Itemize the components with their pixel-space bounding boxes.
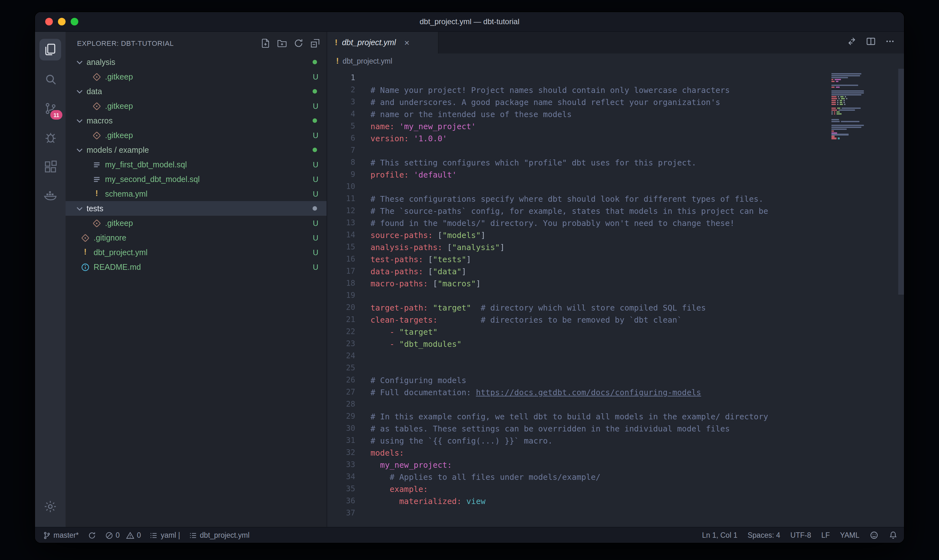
tree-file-gitkeep[interactable]: .gitkeepU (66, 216, 326, 230)
tree-file-gitkeep[interactable]: .gitkeepU (66, 128, 326, 143)
code-line[interactable]: 19 (327, 289, 904, 302)
tree-file-dbt-project-yml[interactable]: !dbt_project.ymlU (66, 245, 326, 260)
scm-changes-badge: 11 (50, 110, 62, 120)
code-line[interactable]: 13# found in the "models/" directory. Yo… (327, 217, 904, 229)
editor-scrollbar[interactable] (898, 69, 904, 295)
yaml-file-icon: ! (336, 57, 339, 65)
code-line[interactable]: 20target-path: "target" # directory whic… (327, 302, 904, 314)
file-label: .gitkeep (105, 131, 133, 140)
code-line[interactable]: 17data-paths: ["data"] (327, 265, 904, 277)
code-line[interactable]: 25 (327, 362, 904, 374)
eol-item[interactable]: LF (821, 531, 830, 539)
yaml-extension-item[interactable]: yaml | (150, 531, 180, 539)
code-line[interactable]: 10 (327, 181, 904, 193)
code-line[interactable]: 8# This setting configures which "profil… (327, 157, 904, 169)
minimize-window-button[interactable] (58, 18, 66, 25)
line-number: 21 (327, 314, 371, 326)
code-line[interactable]: 3# and underscores. A good package name … (327, 96, 904, 108)
search-icon (43, 72, 58, 86)
tree-file-gitkeep[interactable]: .gitkeepU (66, 98, 326, 113)
dbt-file-label: dbt_project.yml (200, 531, 249, 539)
code-line[interactable]: 1 (327, 72, 904, 84)
chevron-down-icon (74, 203, 85, 214)
code-line[interactable]: 37 (327, 507, 904, 519)
refresh-icon[interactable] (294, 38, 304, 48)
tree-folder-analysis[interactable]: analysis (66, 55, 326, 69)
notifications-item[interactable] (889, 531, 897, 540)
code-line[interactable]: 33 my_new_project: (327, 459, 904, 471)
code-line[interactable]: 32models: (327, 447, 904, 459)
tree-file-my-second-dbt-model-sql[interactable]: my_second_dbt_model.sqlU (66, 172, 326, 186)
git-status-untracked: U (313, 175, 318, 184)
code-line[interactable]: 21clean-targets: # directories to be rem… (327, 314, 904, 326)
folder-label: tests (86, 204, 103, 213)
code-line[interactable]: 26# Configuring models (327, 374, 904, 386)
minimap[interactable] (831, 71, 895, 142)
code-line[interactable]: 28 (327, 398, 904, 411)
tree-file-gitkeep[interactable]: .gitkeepU (66, 69, 326, 84)
code-line[interactable]: 6version: '1.0.0' (327, 132, 904, 145)
code-line[interactable]: 18macro-paths: ["macros"] (327, 277, 904, 289)
activity-settings[interactable] (36, 492, 64, 520)
split-editor-icon[interactable] (866, 36, 876, 49)
activity-search[interactable] (36, 65, 64, 93)
tree-folder-tests[interactable]: tests (66, 201, 326, 216)
code-line[interactable]: 5name: 'my_new_project' (327, 120, 904, 132)
code-line[interactable]: 35 example: (327, 483, 904, 495)
activity-run-debug[interactable] (36, 123, 64, 151)
new-file-icon[interactable] (260, 38, 271, 48)
tree-file-gitignore[interactable]: .gitignoreU (66, 230, 326, 245)
code-line[interactable]: 29# In this example config, we tell dbt … (327, 411, 904, 423)
code-line[interactable]: 34 # Applies to all files under models/e… (327, 471, 904, 483)
cursor-position-item[interactable]: Ln 1, Col 1 (702, 531, 737, 539)
code-line[interactable]: 22 - "target" (327, 326, 904, 338)
maximize-window-button[interactable] (71, 18, 78, 25)
code-line[interactable]: 11# These configurations specify where d… (327, 193, 904, 205)
tree-file-my-first-dbt-model-sql[interactable]: my_first_dbt_model.sqlU (66, 157, 326, 172)
problems-item[interactable]: 0 0 (105, 531, 141, 539)
code-line[interactable]: 9profile: 'default' (327, 169, 904, 181)
activity-source-control[interactable]: 11 (36, 94, 64, 122)
sync-changes-item[interactable] (88, 531, 96, 539)
code-line[interactable]: 31# using the `{{ config(...) }}` macro. (327, 435, 904, 447)
tree-folder-models-example[interactable]: models / example (66, 143, 326, 157)
activity-explorer[interactable] (36, 35, 64, 64)
dbt-file-item[interactable]: dbt_project.yml (189, 531, 249, 539)
tab-dbt-project-yml[interactable]: ! dbt_project.yml × (327, 32, 439, 54)
code-line[interactable]: 24 (327, 350, 904, 362)
close-window-button[interactable] (45, 18, 53, 25)
close-tab-icon[interactable]: × (404, 37, 409, 48)
code-line[interactable]: 15analysis-paths: ["analysis"] (327, 241, 904, 253)
tree-file-readme-md[interactable]: README.mdU (66, 260, 326, 274)
activity-extensions[interactable] (36, 153, 64, 181)
activity-docker[interactable] (36, 182, 64, 210)
code-line[interactable]: 27# Full documentation: https://docs.get… (327, 386, 904, 398)
breadcrumb[interactable]: ! dbt_project.yml (327, 54, 904, 69)
encoding-item[interactable]: UTF-8 (790, 531, 811, 539)
code-line[interactable]: 23 - "dbt_modules" (327, 338, 904, 350)
new-folder-icon[interactable] (277, 38, 287, 48)
code-line[interactable]: 4# name or the intended use of these mod… (327, 108, 904, 120)
code-line[interactable]: 12# The `source-paths` config, for examp… (327, 205, 904, 217)
open-changes-icon[interactable] (847, 36, 857, 49)
tree-folder-macros[interactable]: macros (66, 113, 326, 128)
git-branch-item[interactable]: master* (43, 531, 79, 539)
language-mode-item[interactable]: YAML (840, 531, 859, 539)
code-editor[interactable]: 12# Name your project! Project names sho… (327, 69, 904, 527)
indentation-item[interactable]: Spaces: 4 (748, 531, 780, 539)
feedback-item[interactable] (870, 531, 879, 540)
tree-folder-data[interactable]: data (66, 84, 326, 98)
line-number: 17 (327, 265, 371, 277)
warnings-icon (126, 531, 134, 539)
code-line[interactable]: 7 (327, 145, 904, 157)
code-line[interactable]: 30# as tables. These settings can be ove… (327, 423, 904, 435)
tree-file-schema-yml[interactable]: !schema.ymlU (66, 186, 326, 201)
code-line[interactable]: 2# Name your project! Project names shou… (327, 84, 904, 96)
code-line[interactable]: 36 materialized: view (327, 495, 904, 507)
code-line[interactable]: 14source-paths: ["models"] (327, 229, 904, 241)
git-file-icon (80, 233, 91, 242)
code-line[interactable]: 16test-paths: ["tests"] (327, 253, 904, 265)
collapse-all-icon[interactable] (310, 38, 320, 48)
more-actions-icon[interactable] (885, 36, 895, 49)
yaml-file-icon: ! (80, 249, 91, 257)
